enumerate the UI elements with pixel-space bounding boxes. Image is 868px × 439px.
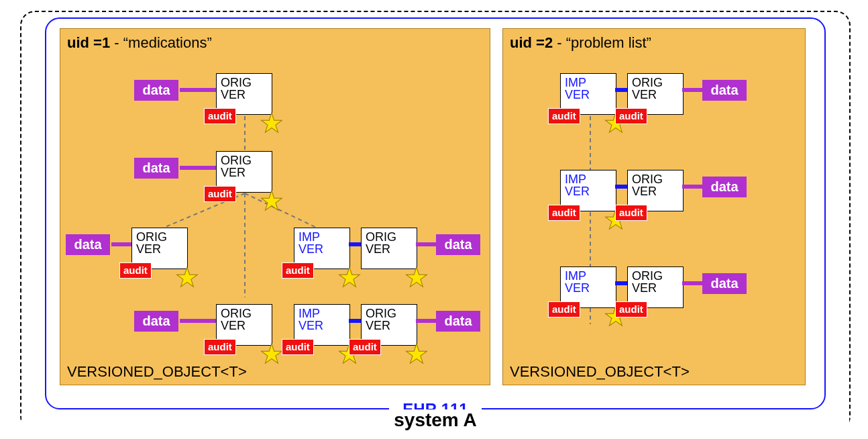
audit-badge: audit bbox=[282, 340, 313, 354]
audit-badge: audit bbox=[205, 109, 235, 124]
imp-l2: VER bbox=[299, 242, 323, 256]
orig-l2: VER bbox=[136, 242, 161, 256]
system-label: system A bbox=[21, 409, 849, 431]
orig-l1: ORIG bbox=[632, 269, 663, 283]
audit-badge: audit bbox=[205, 187, 235, 201]
versioned-object-right: uid =2 - “problem list” IMP VER audit ★ … bbox=[502, 28, 806, 385]
orig-ver-node: ORIG VER audit ★ bbox=[361, 304, 417, 346]
star-icon: ★ bbox=[404, 271, 429, 283]
audit-badge: audit bbox=[282, 263, 313, 278]
imp-l2: VER bbox=[565, 185, 590, 198]
imp-l1: IMP bbox=[299, 230, 320, 244]
data-tag: data bbox=[436, 234, 480, 255]
connector bbox=[180, 319, 217, 323]
orig-l2: VER bbox=[632, 88, 657, 101]
audit-badge: audit bbox=[349, 340, 380, 354]
orig-ver-node: ORIG VER audit ★ bbox=[216, 304, 272, 346]
connector-blue bbox=[349, 319, 361, 323]
imp-ver-node: IMP VER audit ★ bbox=[294, 228, 350, 269]
vo-footer-right: VERSIONED_OBJECT<T> bbox=[510, 363, 690, 381]
imp-ver-node: IMP VER audit ★ bbox=[560, 73, 616, 115]
imp-l2: VER bbox=[299, 319, 323, 332]
ehr-box: uid =1 - “medications” data ORIG VER aud… bbox=[45, 17, 826, 409]
connector bbox=[416, 242, 436, 246]
vo-left-title: uid =1 - “medications” bbox=[60, 29, 490, 57]
audit-badge: audit bbox=[120, 263, 151, 278]
data-tag: data bbox=[702, 80, 747, 101]
orig-ver-node: ORIG VER audit ★ bbox=[216, 73, 272, 115]
imp-l1: IMP bbox=[299, 307, 320, 320]
data-tag: data bbox=[702, 273, 747, 294]
data-tag: data bbox=[134, 311, 178, 332]
uid-value: 1 bbox=[102, 34, 110, 51]
orig-ver-node: ORIG VER audit ★ bbox=[131, 228, 188, 269]
orig-l1: ORIG bbox=[221, 76, 252, 89]
orig-l2: VER bbox=[366, 319, 390, 332]
orig-l2: VER bbox=[632, 185, 657, 198]
imp-l1: IMP bbox=[565, 76, 586, 89]
audit-badge: audit bbox=[205, 340, 235, 354]
star-icon: ★ bbox=[337, 271, 362, 283]
imp-l2: VER bbox=[565, 88, 590, 101]
orig-l2: VER bbox=[221, 319, 246, 332]
audit-badge: audit bbox=[616, 109, 647, 124]
imp-ver-node: IMP VER audit ★ bbox=[560, 266, 616, 308]
orig-ver-node: ORIG VER audit bbox=[627, 266, 684, 308]
connector bbox=[682, 88, 702, 92]
audit-badge: audit bbox=[549, 109, 580, 124]
connector-blue bbox=[615, 88, 627, 92]
orig-l1: ORIG bbox=[366, 230, 396, 244]
connector-blue bbox=[349, 242, 361, 246]
orig-l2: VER bbox=[221, 88, 246, 101]
uid-prefix: uid = bbox=[67, 34, 102, 51]
imp-l1: IMP bbox=[565, 269, 586, 283]
connector bbox=[180, 166, 217, 170]
connector bbox=[416, 319, 436, 323]
orig-l2: VER bbox=[366, 242, 390, 256]
connector-blue bbox=[615, 281, 627, 285]
system-a-box: uid =1 - “medications” data ORIG VER aud… bbox=[20, 11, 851, 431]
imp-ver-node: IMP VER audit ★ bbox=[560, 170, 616, 211]
uid-value: 2 bbox=[545, 34, 553, 51]
orig-ver-node: ORIG VER audit bbox=[627, 73, 684, 115]
orig-ver-node: ORIG VER ★ bbox=[361, 228, 417, 269]
vo-right-title: uid =2 - “problem list” bbox=[503, 29, 805, 57]
star-icon: ★ bbox=[260, 117, 284, 129]
audit-badge: audit bbox=[549, 205, 580, 220]
imp-l2: VER bbox=[565, 281, 590, 295]
connector bbox=[682, 185, 702, 189]
orig-l1: ORIG bbox=[221, 154, 252, 167]
connector bbox=[111, 242, 131, 246]
data-tag: data bbox=[134, 80, 178, 101]
vo-right-name: “problem list” bbox=[566, 34, 651, 51]
uid-prefix: uid = bbox=[510, 34, 545, 51]
audit-badge: audit bbox=[616, 302, 647, 317]
orig-l1: ORIG bbox=[632, 76, 663, 89]
audit-badge: audit bbox=[549, 302, 580, 317]
audit-badge: audit bbox=[616, 205, 647, 220]
orig-ver-node: ORIG VER audit bbox=[627, 170, 684, 211]
connector bbox=[180, 88, 217, 92]
connector-blue bbox=[615, 185, 627, 189]
orig-l1: ORIG bbox=[221, 307, 252, 320]
star-icon: ★ bbox=[404, 348, 429, 360]
star-icon: ★ bbox=[260, 195, 284, 207]
orig-l2: VER bbox=[632, 281, 657, 295]
data-tag: data bbox=[66, 234, 110, 255]
star-icon: ★ bbox=[260, 348, 284, 360]
data-tag: data bbox=[134, 158, 178, 179]
orig-l2: VER bbox=[221, 166, 246, 179]
vo-footer-left: VERSIONED_OBJECT<T> bbox=[67, 363, 247, 381]
orig-l1: ORIG bbox=[136, 230, 167, 244]
vo-left-name: “medications” bbox=[123, 34, 212, 51]
orig-l1: ORIG bbox=[366, 307, 396, 320]
star-icon: ★ bbox=[175, 271, 199, 283]
versioned-object-left: uid =1 - “medications” data ORIG VER aud… bbox=[60, 28, 490, 385]
imp-ver-node: IMP VER audit ★ bbox=[294, 304, 350, 346]
imp-l1: IMP bbox=[565, 173, 586, 186]
orig-ver-node: ORIG VER audit ★ bbox=[216, 151, 272, 193]
data-tag: data bbox=[436, 311, 480, 332]
connector bbox=[682, 281, 702, 285]
orig-l1: ORIG bbox=[632, 173, 663, 186]
data-tag: data bbox=[702, 177, 747, 197]
